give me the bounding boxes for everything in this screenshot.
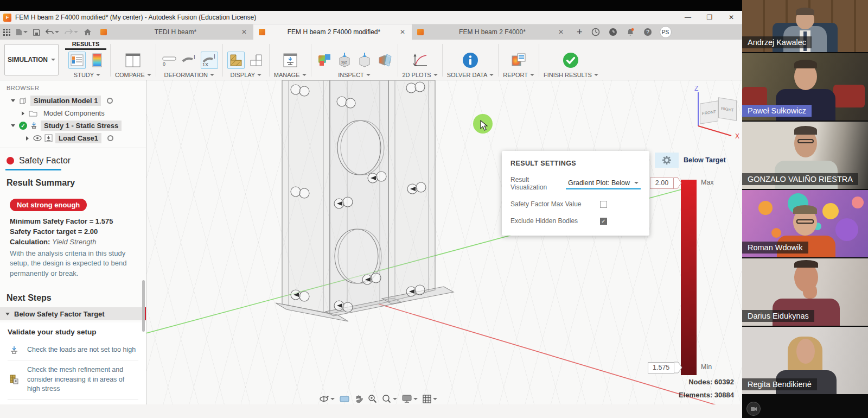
tab-fem-h-beam-modified[interactable]: FEM H beam 2 F4000 modified* ✕ — [253, 24, 412, 40]
deformation-scaled-icon[interactable]: I1X — [201, 52, 218, 69]
deformation-actual-icon[interactable]: I — [181, 52, 198, 69]
help-icon[interactable]: ? — [643, 28, 652, 36]
exclude-hidden-checkbox[interactable] — [600, 218, 607, 225]
new-tab-button[interactable]: + — [570, 24, 589, 40]
tree-item-study1[interactable]: ✓ Study 1 - Static Stress — [0, 119, 146, 132]
notification-bell-icon[interactable] — [626, 28, 635, 36]
participant-tile[interactable]: Regita Bendikienė — [742, 327, 868, 394]
plots-icon[interactable] — [411, 52, 429, 69]
report-icon[interactable] — [510, 52, 527, 69]
compare-icon[interactable] — [124, 52, 142, 69]
save-icon[interactable] — [33, 29, 40, 36]
fit-icon[interactable] — [382, 394, 397, 403]
look-at-icon[interactable] — [340, 395, 349, 403]
redo-icon[interactable] — [65, 29, 78, 35]
view-cube[interactable]: Z FRONT RIGHT X — [689, 85, 741, 144]
participant-tile[interactable]: Andrzej Kawalec — [742, 0, 868, 52]
group-label[interactable]: REPORT — [503, 72, 528, 78]
pan-icon[interactable] — [354, 395, 363, 403]
nodes-count: Nodes: 60392 — [679, 378, 734, 386]
group-label[interactable]: MANAGE — [274, 72, 300, 78]
step-text: Check the mesh refinement and consider i… — [27, 365, 138, 394]
inspect-probe-icon[interactable] — [356, 52, 373, 69]
inspect-slice-icon[interactable] — [376, 52, 393, 69]
participant-tile[interactable]: Roman Wdowik — [742, 190, 868, 257]
restore-button[interactable]: ❐ — [699, 11, 720, 24]
tab-tedi-h-beam[interactable]: TEDI H beam* ✕ — [95, 24, 253, 40]
tab-close-icon[interactable]: ✕ — [399, 28, 406, 36]
component-icon — [19, 97, 28, 105]
legend-color-bar[interactable] — [681, 180, 697, 375]
file-menu-icon[interactable] — [16, 28, 28, 36]
group-display: DISPLAY — [223, 40, 269, 78]
below-target-expander[interactable]: Below Safety Factor Target — [0, 307, 146, 320]
radio-icon[interactable] — [107, 98, 113, 104]
legend-settings-button[interactable] — [655, 153, 679, 168]
camera-control-icon[interactable] — [746, 402, 761, 416]
browser-tree: Simulation Model 1 Model Components ✓ St… — [0, 93, 146, 148]
display-settings-icon[interactable] — [402, 395, 418, 403]
study-details-icon[interactable] — [68, 52, 86, 69]
panel-scrollbar[interactable] — [142, 280, 145, 332]
validate-card: Validate your study setup Check the load… — [0, 322, 146, 404]
group-label[interactable]: 2D PLOTS — [403, 72, 431, 78]
solver-data-icon[interactable] — [462, 52, 479, 69]
orbit-icon[interactable] — [319, 395, 335, 403]
group-label[interactable]: INSPECT — [338, 72, 364, 78]
group-label[interactable]: SOLVER DATA — [447, 72, 488, 78]
step-check-mesh[interactable]: Check the mesh refinement and consider i… — [8, 360, 138, 400]
tab-close-icon[interactable]: ✕ — [240, 28, 248, 36]
viewcube-front-face[interactable]: FRONT — [700, 100, 718, 124]
participant-tile[interactable]: Paweł Sułkowicz — [742, 53, 868, 121]
tree-item-model-components[interactable]: Model Components — [0, 107, 146, 119]
legend-max-label: Max — [701, 179, 714, 186]
home-icon[interactable] — [84, 28, 92, 36]
tab-fem-h-beam[interactable]: FEM H beam 2 F4000* ✕ — [412, 24, 570, 40]
legend-max-tag[interactable]: 2.00 — [650, 176, 682, 189]
step-check-loads[interactable]: Check the loads are not set too high — [8, 340, 138, 360]
viewport-nav-toolbar — [319, 394, 437, 403]
radio-icon[interactable] — [107, 135, 113, 141]
visualization-dropdown[interactable]: Gradient Plot: Below — [566, 178, 641, 189]
participant-tile[interactable]: Darius Eidukynas — [742, 258, 868, 326]
deformation-none-icon[interactable]: 0 — [161, 52, 178, 69]
h-beam-model[interactable] — [276, 80, 454, 321]
minimize-button[interactable]: — — [677, 11, 699, 24]
mesh-icon — [8, 374, 21, 385]
legend-min-tag[interactable]: 1.575 — [648, 361, 682, 374]
undo-icon[interactable] — [46, 29, 59, 35]
group-label[interactable]: DISPLAY — [230, 72, 255, 78]
user-avatar[interactable]: PS — [660, 26, 672, 38]
job-status-icon[interactable] — [591, 28, 600, 36]
study-legend-icon[interactable] — [88, 52, 106, 69]
manage-icon[interactable] — [282, 52, 299, 69]
participant-tile[interactable]: GONZALO VALIÑO RIESTRA — [742, 122, 868, 189]
finish-results-icon[interactable] — [562, 52, 579, 69]
workspace-switcher[interactable]: SIMULATION — [4, 44, 59, 75]
max-value-label: Safety Factor Max Value — [510, 200, 600, 208]
close-button[interactable]: ✕ — [720, 11, 742, 24]
zoom-icon[interactable] — [368, 394, 377, 403]
result-settings-dialog[interactable]: RESULT SETTINGS Result Visualization Gra… — [502, 151, 649, 236]
group-label[interactable]: STUDY — [74, 72, 94, 78]
ribbon-tab-results[interactable]: RESULTS — [65, 41, 106, 50]
tree-item-simulation-model[interactable]: Simulation Model 1 — [0, 94, 146, 107]
group-label[interactable]: DEFORMATION — [164, 72, 208, 78]
inspect-point-xyz-icon[interactable]: xyz — [336, 52, 353, 69]
app-grid-icon[interactable] — [3, 29, 10, 36]
group-label[interactable]: COMPARE — [115, 72, 145, 78]
max-value-checkbox[interactable] — [600, 201, 607, 208]
tree-item-load-case1[interactable]: Load Case1 — [0, 132, 146, 144]
display-blocks-icon[interactable] — [247, 52, 265, 69]
step-confirm-requirement[interactable]: Confirm your Safety Factor requirement — [8, 400, 138, 404]
display-mesh-icon[interactable] — [227, 52, 245, 69]
grid-settings-icon[interactable] — [423, 395, 437, 403]
group-label[interactable]: FINISH RESULTS — [544, 72, 592, 78]
glasses — [797, 139, 814, 143]
clock-icon[interactable] — [609, 28, 617, 36]
viewcube-right-face[interactable]: RIGHT — [718, 97, 737, 121]
model-viewport[interactable]: Z FRONT RIGHT X RESULT SETTINGS — [146, 80, 742, 404]
tab-close-icon[interactable]: ✕ — [557, 28, 565, 36]
inspect-results-icon[interactable] — [316, 52, 333, 69]
visibility-eye-icon[interactable] — [33, 135, 42, 141]
